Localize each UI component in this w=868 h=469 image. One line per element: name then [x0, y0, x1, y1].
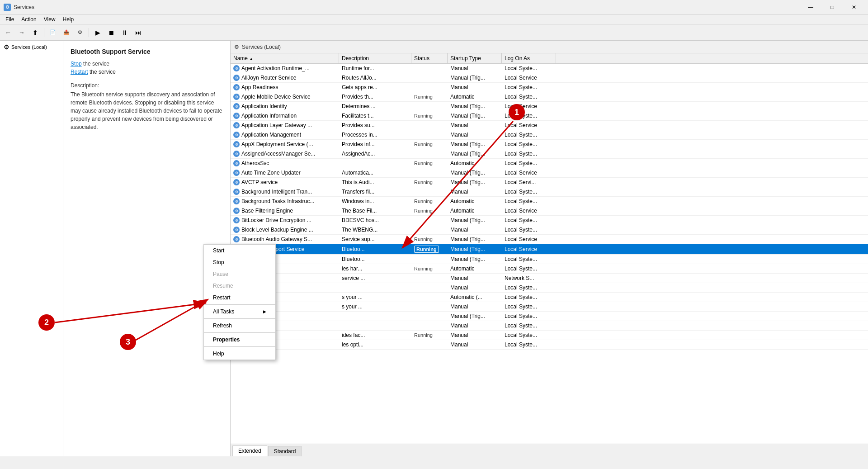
menu-file[interactable]: File	[2, 15, 18, 24]
export-button[interactable]: 📤	[60, 26, 73, 39]
header-status[interactable]: Status	[411, 53, 448, 63]
table-row[interactable]: ⚙Brave El...ManualLocal Syste...	[231, 283, 868, 293]
tab-standard[interactable]: Standard	[268, 446, 302, 456]
running-badge: Running	[414, 332, 433, 338]
context-menu-item-refresh[interactable]: Refresh	[204, 320, 275, 332]
context-menu-item-properties[interactable]: Properties	[204, 334, 275, 346]
service-icon: ⚙	[233, 65, 240, 71]
table-row[interactable]: ⚙AtherosSvcRunningAutomaticLocal Syste..…	[231, 159, 868, 168]
table-row[interactable]: ⚙Bonjour...les har...RunningAutomaticLoc…	[231, 264, 868, 274]
table-row[interactable]: ⚙AppX Deployment Service (…Provides inf.…	[231, 140, 868, 149]
context-menu-item-stop[interactable]: Stop	[204, 256, 275, 268]
context-menu-separator	[204, 332, 275, 333]
close-button[interactable]: ✕	[844, 0, 864, 14]
context-menu-separator	[204, 304, 275, 305]
table-row[interactable]: ⚙Application Layer Gateway ...Provides s…	[231, 121, 868, 130]
nav-item-services-local[interactable]: ⚙ Services (Local)	[2, 43, 61, 52]
table-row[interactable]: ⚙Auto Time Zone UpdaterAutomatica...Manu…	[231, 168, 868, 178]
menu-help[interactable]: Help	[59, 15, 78, 24]
restart-link[interactable]: Restart	[71, 69, 88, 75]
running-badge: Running	[414, 237, 433, 242]
context-menu-item-restart[interactable]: Restart	[204, 292, 275, 303]
table-row[interactable]: ⚙Bluetooth Support ServiceBluetoo...Runn…	[231, 244, 868, 255]
address-bar-label: Services (Local)	[242, 44, 281, 50]
services-tree-icon: ⚙	[4, 43, 9, 51]
table-row[interactable]: ⚙Application InformationFacilitates t...…	[231, 111, 868, 121]
service-icon: ⚙	[233, 122, 240, 128]
pause-button[interactable]: ⏸	[118, 26, 131, 39]
running-badge: Running	[414, 246, 439, 253]
address-bar: ⚙ Services (Local)	[231, 41, 868, 53]
table-row[interactable]: ⚙Background Intelligent Tran...Transfers…	[231, 187, 868, 197]
restart-text: the service	[88, 69, 116, 75]
running-badge: Running	[414, 161, 433, 166]
services-table[interactable]: Name ▲ Description Status Startup Type L…	[231, 53, 868, 444]
table-row[interactable]: ⚙Application ManagementProcesses in...Ma…	[231, 130, 868, 140]
service-icon: ⚙	[233, 227, 240, 233]
table-row[interactable]: ⚙Background Tasks Infrastruc...Windows i…	[231, 197, 868, 206]
context-menu-separator	[204, 346, 275, 347]
table-row[interactable]: ⚙Brav...s your ...ManualLocal Syste...	[231, 302, 868, 312]
table-row[interactable]: ⚙Block Level Backup Engine ...The WBENG.…	[231, 225, 868, 235]
tab-extended[interactable]: Extended	[232, 445, 267, 456]
service-rows-container: ⚙Agent Activation Runtime_...Runtime for…	[231, 64, 868, 350]
table-row[interactable]: ⚙Agent Activation Runtime_...Runtime for…	[231, 64, 868, 73]
menu-action[interactable]: Action	[18, 15, 40, 24]
back-button[interactable]: ←	[2, 26, 14, 39]
header-logon[interactable]: Log On As	[502, 53, 556, 63]
running-badge: Running	[414, 180, 433, 185]
desc-label: Description:	[71, 82, 223, 89]
service-icon: ⚙	[233, 75, 240, 81]
nav-item-label: Services (Local)	[11, 44, 47, 50]
play-button[interactable]: ▶	[91, 26, 104, 39]
service-icon: ⚙	[233, 160, 240, 166]
title-bar: ⚙ Services — □ ✕	[0, 0, 868, 14]
service-icon: ⚙	[233, 132, 240, 138]
context-menu-item-start[interactable]: Start	[204, 245, 275, 256]
running-badge: Running	[414, 142, 433, 147]
table-row[interactable]: ⚙Apple Mobile Device ServiceProvides th.…	[231, 92, 868, 102]
table-row[interactable]: ⚙Bluetooth Audio Gateway S...Service sup…	[231, 235, 868, 244]
service-icon: ⚙	[233, 208, 240, 214]
service-icon: ⚙	[233, 84, 240, 90]
minimize-button[interactable]: —	[800, 0, 821, 14]
restart-button[interactable]: ⏭	[132, 26, 145, 39]
bottom-tabs: Extended Standard	[231, 444, 868, 456]
table-row[interactable]: ⚙App ReadinessGets apps re...ManualLocal…	[231, 83, 868, 92]
table-row[interactable]: ⚙BranchC...service ...ManualNetwork S...	[231, 274, 868, 283]
table-row[interactable]: ⚙Brave V...Manual (Trig...Local Syste...	[231, 312, 868, 321]
table-row[interactable]: ⚙AssignedAccessManager Se...AssignedAc..…	[231, 149, 868, 159]
running-badge: Running	[414, 266, 433, 271]
right-panel: ⚙ Services (Local) Name ▲ Description St…	[231, 41, 868, 456]
stop-button[interactable]: ⏹	[105, 26, 118, 39]
stop-text: the service	[82, 61, 109, 67]
table-row[interactable]: ⚙Brave U...s your ...Automatic (...Local…	[231, 293, 868, 302]
service-icon: ⚙	[233, 236, 240, 242]
context-menu-item-help[interactable]: Help	[204, 348, 275, 360]
running-badge: Running	[414, 208, 433, 213]
service-icon: ⚙	[233, 141, 240, 147]
header-startup[interactable]: Startup Type	[448, 53, 502, 63]
forward-button[interactable]: →	[15, 26, 28, 39]
service-icon: ⚙	[233, 217, 240, 223]
table-row[interactable]: ⚙Base Filtering EngineThe Base Fil...Run…	[231, 206, 868, 216]
table-row[interactable]: ⚙Capabil...ides fac...RunningManualLocal…	[231, 331, 868, 340]
stop-link[interactable]: Stop	[71, 61, 82, 67]
context-menu-item-all-tasks[interactable]: All Tasks▶	[204, 306, 275, 317]
header-name[interactable]: Name ▲	[231, 53, 339, 63]
properties-button[interactable]: ⚙	[74, 26, 86, 39]
up-button[interactable]: ⬆	[29, 26, 42, 39]
maximize-button[interactable]: □	[822, 0, 843, 14]
header-desc[interactable]: Description	[339, 53, 411, 63]
table-row[interactable]: ⚙Bluet...Bluetoo...Manual (Trig...Local …	[231, 255, 868, 264]
table-row[interactable]: ⚙Application IdentityDetermines ...Manua…	[231, 102, 868, 111]
table-row[interactable]: ⚙Brave V...ManualLocal Syste...	[231, 321, 868, 331]
table-row[interactable]: ⚙BitLocker Drive Encryption ...BDESVC ho…	[231, 216, 868, 225]
menu-view[interactable]: View	[40, 15, 59, 24]
toolbar: ← → ⬆ 📄 📤 ⚙ ▶ ⏹ ⏸ ⏭	[0, 24, 868, 41]
table-row[interactable]: ⚙Capture...les opti...ManualLocal Syste.…	[231, 340, 868, 350]
service-icon: ⚙	[233, 103, 240, 109]
table-row[interactable]: ⚙AllJoyn Router ServiceRoutes AllJo...Ma…	[231, 73, 868, 83]
table-row[interactable]: ⚙AVCTP serviceThis is Audi...RunningManu…	[231, 178, 868, 187]
show-hide-button[interactable]: 📄	[47, 26, 59, 39]
